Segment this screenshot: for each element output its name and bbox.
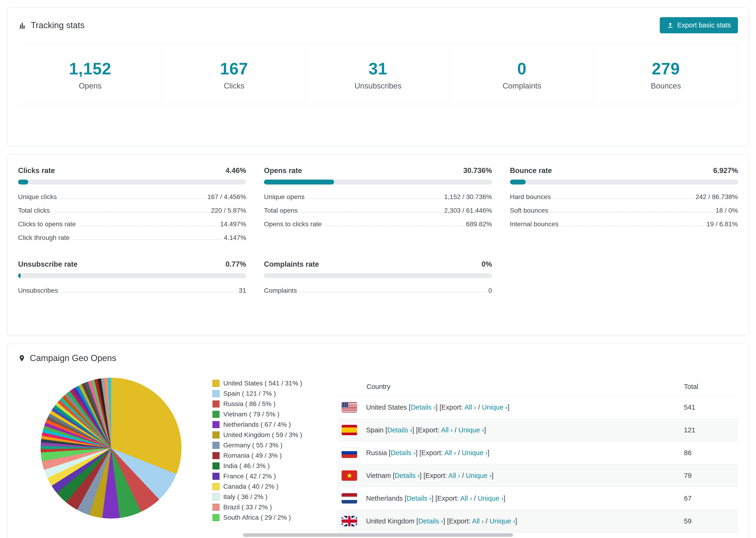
legend-swatch <box>212 462 220 469</box>
metric-label: Clicks to opens rate <box>18 220 76 228</box>
slash-text: / <box>456 449 462 457</box>
bracket-text: [ <box>383 426 387 434</box>
progress-bar-fill <box>264 180 334 185</box>
legend-item-brazil[interactable]: Brazil ( 33 / 2% ) <box>212 504 302 511</box>
rate-head: Bounce rate6.927% <box>510 166 738 175</box>
legend-item-russia[interactable]: Russia ( 86 / 5% ) <box>212 400 302 408</box>
dotted-leader <box>72 239 221 240</box>
export-all-link[interactable]: All › <box>460 495 472 502</box>
export-basic-stats-button[interactable]: Export basic stats <box>660 17 738 33</box>
legend-item-south-africa[interactable]: South Africa ( 29 / 2% ) <box>212 514 302 521</box>
metric-value: 2,303 / 61.446% <box>444 207 492 214</box>
rates-grid: Clicks rate4.46%Unique clicks167 / 4.456… <box>18 166 738 297</box>
export-unique-link[interactable]: Unique › <box>458 426 484 434</box>
dotted-leader <box>561 226 704 226</box>
geo-content: United States ( 541 / 31% )Spain ( 121 /… <box>18 378 738 538</box>
country-cell: Netherlands [Details ›] [Export: All › /… <box>366 495 684 502</box>
details-link[interactable]: Details › <box>418 517 443 525</box>
bracket-text: [ <box>415 517 418 525</box>
export-all-link[interactable]: All › <box>441 426 453 434</box>
stat-label: Clicks <box>162 81 306 90</box>
geo-table-body: United States [Details ›] [Export: All ›… <box>337 396 738 538</box>
metric-row: Total opens2,303 / 61.446% <box>264 204 492 217</box>
flag-spain-icon <box>342 425 357 435</box>
rate-percentage: 0% <box>482 260 492 269</box>
legend-item-netherlands[interactable]: Netherlands ( 67 / 4% ) <box>212 421 302 428</box>
metric-label: Unique clicks <box>18 193 57 201</box>
table-row: Russia [Details ›] [Export: All › / Uniq… <box>337 441 738 464</box>
legend-item-canada[interactable]: Canada ( 40 / 2% ) <box>212 483 302 490</box>
details-link[interactable]: Details › <box>391 449 415 457</box>
details-link[interactable]: Details › <box>406 495 432 502</box>
legend-item-germany[interactable]: Germany ( 55 / 3% ) <box>212 442 302 449</box>
export-unique-link[interactable]: Unique › <box>490 517 515 525</box>
export-unique-link[interactable]: Unique › <box>466 472 492 479</box>
stat-bounces: 279Bounces <box>594 44 738 104</box>
legend-item-spain[interactable]: Spain ( 121 / 7% ) <box>212 390 302 398</box>
details-link[interactable]: Details › <box>387 426 412 434</box>
horizontal-scrollbar[interactable] <box>243 533 513 537</box>
rate-rows: Unsubscribes31 <box>18 284 246 297</box>
metric-row: Unique opens1,152 / 30.736% <box>264 190 492 204</box>
country-name: Vietnam <box>366 472 391 479</box>
metric-row: Unsubscribes31 <box>18 284 246 297</box>
rate-title: Bounce rate <box>510 166 552 175</box>
stat-label: Complaints <box>450 81 594 90</box>
export-unique-link[interactable]: Unique › <box>462 449 488 457</box>
metric-label: Complaints <box>264 287 297 295</box>
tracking-title-wrap: Tracking stats <box>18 21 84 30</box>
rate-head: Opens rate30.736% <box>264 166 492 175</box>
export-all-link[interactable]: All › <box>472 517 484 525</box>
progress-bar <box>18 180 246 185</box>
export-all-link[interactable]: All › <box>464 404 476 411</box>
slash-text: / <box>476 404 482 411</box>
stat-clicks: 167Clicks <box>162 44 306 104</box>
metric-value: 4.147% <box>224 234 246 242</box>
progress-bar-fill <box>18 273 21 278</box>
country-name: United Kingdom <box>366 517 414 525</box>
details-link[interactable]: Details › <box>395 472 419 479</box>
tracking-stats-title: Tracking stats <box>31 21 84 30</box>
metric-row: Clicks to opens rate14.497% <box>18 217 246 231</box>
progress-bar <box>264 273 492 278</box>
legend-label: Germany ( 55 / 3% ) <box>223 442 283 449</box>
bracket-text: ] <box>508 404 510 411</box>
column-header-country: Country <box>337 383 684 391</box>
metric-label: Opens to clicks rate <box>264 220 322 228</box>
export-unique-link[interactable]: Unique › <box>482 404 508 411</box>
geo-title-wrap: Campaign Geo Opens <box>18 353 116 363</box>
dotted-leader <box>324 226 464 226</box>
metric-value: 220 / 5.87% <box>211 207 246 214</box>
stat-complaints: 0Complaints <box>450 44 594 104</box>
flag-united-kingdom-icon <box>342 516 357 526</box>
dotted-leader <box>299 292 486 293</box>
details-link[interactable]: Details › <box>411 404 436 411</box>
export-button-label: Export basic stats <box>677 21 731 29</box>
metric-label: Soft bounces <box>510 207 548 214</box>
export-all-link[interactable]: All › <box>449 472 460 479</box>
country-total: 541 <box>684 404 738 411</box>
legend-label: Brazil ( 33 / 2% ) <box>223 504 272 511</box>
map-pin-icon <box>18 353 26 363</box>
rate-rows: Complaints0 <box>264 284 492 297</box>
metric-value: 19 / 6.81% <box>706 220 738 228</box>
legend-swatch <box>212 380 220 387</box>
legend-item-vietnam[interactable]: Vietnam ( 79 / 5% ) <box>212 410 302 418</box>
bracket-text: ] <box>488 449 490 457</box>
legend-label: India ( 46 / 3% ) <box>223 462 270 470</box>
legend-item-france[interactable]: France ( 42 / 2% ) <box>212 472 302 480</box>
slash-text: / <box>460 472 466 479</box>
legend-item-united-kingdom[interactable]: United Kingdom ( 59 / 3% ) <box>212 431 302 439</box>
export-all-link[interactable]: All › <box>445 449 456 457</box>
legend-item-italy[interactable]: Italy ( 36 / 2% ) <box>212 493 302 501</box>
rate-rows: Hard bounces242 / 86.738%Soft bounces18 … <box>510 190 738 231</box>
legend-item-india[interactable]: India ( 46 / 3% ) <box>212 462 302 470</box>
legend-item-united-states[interactable]: United States ( 541 / 31% ) <box>212 380 302 387</box>
metric-row: Click through rate4.147% <box>18 231 246 244</box>
metric-value: 18 / 0% <box>716 207 738 214</box>
rate-block-clicks-rate: Clicks rate4.46%Unique clicks167 / 4.456… <box>18 166 246 244</box>
dotted-leader <box>78 226 218 226</box>
legend-item-romania[interactable]: Romania ( 49 / 3% ) <box>212 452 302 459</box>
legend-swatch <box>212 493 220 501</box>
export-unique-link[interactable]: Unique › <box>478 495 504 502</box>
